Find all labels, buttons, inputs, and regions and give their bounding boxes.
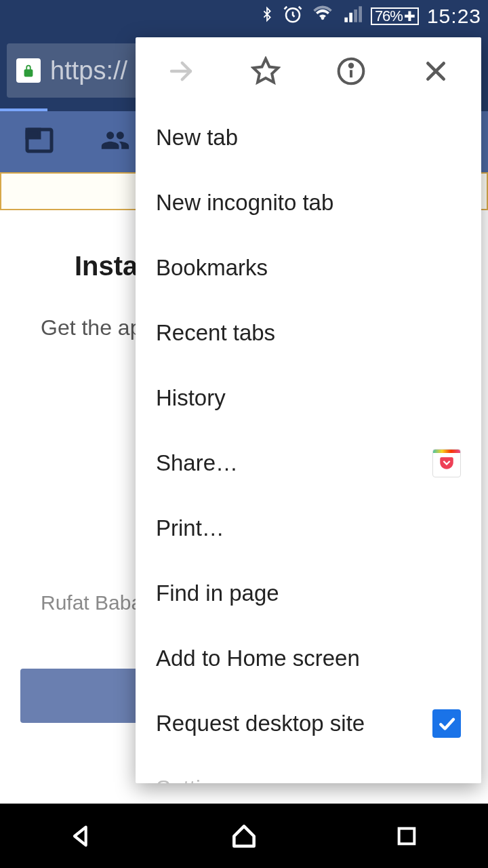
- android-nav-bar: [0, 804, 488, 868]
- menu-item-label: Add to Home screen: [156, 646, 360, 671]
- svg-rect-10: [399, 828, 415, 844]
- menu-item-request-desktop-site[interactable]: Request desktop site: [136, 691, 481, 756]
- home-button[interactable]: [220, 812, 268, 860]
- bookmark-star-button[interactable]: [242, 47, 289, 95]
- friends-tab-icon[interactable]: [96, 125, 134, 158]
- svg-rect-2: [27, 130, 39, 138]
- menu-item-new-tab[interactable]: New tab: [136, 105, 481, 170]
- menu-item-print[interactable]: Print…: [136, 496, 481, 561]
- battery-indicator: 76% ✚: [371, 7, 419, 25]
- page-info-button[interactable]: [327, 47, 375, 95]
- recents-button[interactable]: [383, 812, 430, 860]
- close-menu-button[interactable]: [412, 47, 460, 95]
- signal-icon: [342, 5, 363, 28]
- desktop-site-checkbox[interactable]: [432, 709, 461, 738]
- menu-item-find-in-page[interactable]: Find in page: [136, 561, 481, 626]
- forward-button[interactable]: [157, 47, 205, 95]
- svg-marker-4: [253, 59, 279, 83]
- menu-item-recent-tabs[interactable]: Recent tabs: [136, 300, 481, 366]
- alarm-icon: [283, 4, 303, 29]
- menu-icon-row: [136, 37, 481, 105]
- url-text: https://: [50, 56, 127, 85]
- menu-item-label: History: [156, 385, 226, 411]
- pocket-icon: [432, 449, 461, 477]
- menu-item-add-to-home-screen[interactable]: Add to Home screen: [136, 626, 481, 691]
- menu-item-label: Bookmarks: [156, 255, 268, 281]
- wifi-icon: [311, 4, 334, 29]
- menu-item-label: Share…: [156, 450, 238, 476]
- menu-item-share[interactable]: Share…: [136, 431, 481, 496]
- menu-item-label: Request desktop site: [156, 711, 365, 736]
- menu-item-new-incognito-tab[interactable]: New incognito tab: [136, 170, 481, 235]
- menu-item-settings[interactable]: Settings: [136, 756, 481, 783]
- menu-item-label: New tab: [156, 125, 238, 151]
- menu-item-label: Print…: [156, 515, 224, 541]
- menu-item-history[interactable]: History: [136, 366, 481, 431]
- battery-plus-icon: ✚: [404, 8, 415, 24]
- menu-item-label: Settings: [156, 776, 237, 783]
- menu-item-label: Find in page: [156, 580, 279, 606]
- back-button[interactable]: [58, 812, 105, 860]
- clock-time: 15:23: [427, 5, 481, 28]
- svg-point-7: [350, 64, 352, 67]
- menu-item-label: Recent tabs: [156, 320, 275, 346]
- menu-item-bookmarks[interactable]: Bookmarks: [136, 235, 481, 300]
- menu-item-label: New incognito tab: [156, 190, 333, 216]
- status-bar: 76% ✚ 15:23: [0, 0, 488, 33]
- browser-overflow-menu: New tab New incognito tab Bookmarks Rece…: [136, 37, 481, 783]
- feed-tab-icon[interactable]: [23, 124, 56, 159]
- bluetooth-icon: [260, 4, 274, 29]
- battery-percent: 76%: [375, 7, 403, 25]
- lock-icon: [16, 58, 41, 83]
